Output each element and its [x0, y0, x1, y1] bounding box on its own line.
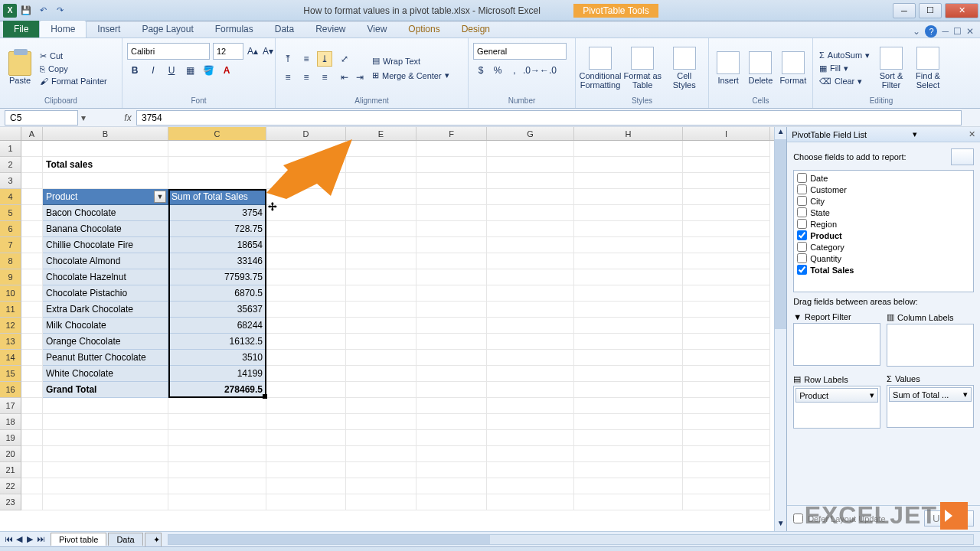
tab-options[interactable]: Options — [397, 21, 450, 37]
fill-button[interactable]: ▦ Fill ▾ — [818, 63, 871, 74]
fill-color-button[interactable]: 🪣 — [201, 63, 216, 78]
cell[interactable] — [168, 462, 266, 478]
cell[interactable] — [43, 414, 168, 430]
cell[interactable] — [416, 173, 487, 189]
cell[interactable] — [574, 478, 683, 494]
tab-home[interactable]: Home — [39, 20, 87, 37]
cut-button[interactable]: ✂ Cut — [38, 51, 109, 62]
clear-button[interactable]: ⌫ Clear ▾ — [818, 76, 871, 87]
cell[interactable] — [574, 446, 683, 462]
cell[interactable] — [683, 302, 770, 318]
tab-design[interactable]: Design — [451, 21, 501, 37]
field-checkbox[interactable] — [797, 242, 807, 252]
scroll-down-icon[interactable]: ▼ — [775, 519, 786, 531]
cell[interactable] — [683, 366, 770, 382]
align-center-icon[interactable]: ≡ — [299, 70, 314, 85]
cell[interactable] — [487, 189, 574, 205]
row-header-18[interactable]: 18 — [0, 414, 21, 430]
cell[interactable] — [487, 446, 574, 462]
cell[interactable] — [266, 494, 346, 510]
cell[interactable] — [416, 189, 487, 205]
cell[interactable] — [168, 141, 266, 157]
align-top-icon[interactable]: ⤒ — [280, 51, 296, 67]
cell[interactable] — [21, 462, 43, 478]
align-right-icon[interactable]: ≡ — [317, 70, 332, 85]
cell[interactable] — [574, 302, 683, 318]
tab-data[interactable]: Data — [264, 21, 305, 37]
font-color-button[interactable]: A — [219, 63, 234, 78]
cell[interactable]: 6870.5 — [168, 285, 266, 302]
cell[interactable] — [574, 398, 683, 414]
cell[interactable]: 278469.5 — [168, 382, 266, 398]
cell[interactable] — [346, 398, 416, 414]
col-header-F[interactable]: F — [416, 127, 487, 140]
row-header-22[interactable]: 22 — [0, 478, 21, 494]
format-painter-button[interactable]: 🖌 Format Painter — [38, 76, 109, 86]
row-header-6[interactable]: 6 — [0, 221, 21, 237]
cell[interactable]: 33146 — [168, 253, 266, 269]
cell[interactable] — [43, 446, 168, 462]
cell[interactable] — [21, 318, 43, 334]
cell[interactable]: Grand Total — [43, 382, 168, 398]
cell[interactable] — [487, 285, 574, 302]
paste-button[interactable]: Paste — [5, 51, 35, 85]
doc-minimize-icon[interactable]: ─ — [942, 26, 949, 37]
field-checkbox[interactable] — [797, 265, 807, 275]
cell[interactable] — [416, 205, 487, 221]
underline-button[interactable]: U — [164, 63, 179, 78]
cell[interactable] — [487, 478, 574, 494]
cell[interactable]: Total sales — [43, 157, 168, 173]
cell[interactable] — [346, 253, 416, 269]
font-size-select[interactable] — [213, 43, 243, 60]
cell[interactable]: White Chocolate — [43, 366, 168, 382]
cell[interactable] — [266, 141, 346, 157]
cell[interactable] — [21, 253, 43, 269]
cell[interactable] — [487, 398, 574, 414]
field-checkbox[interactable] — [797, 173, 807, 183]
defer-layout-checkbox[interactable] — [793, 514, 803, 523]
cell[interactable] — [168, 478, 266, 494]
cell[interactable]: Bacon Chocolate — [43, 205, 168, 221]
cell[interactable]: Product▼ — [43, 189, 168, 205]
cell[interactable] — [21, 382, 43, 398]
cell[interactable] — [266, 189, 346, 205]
cell[interactable]: 14199 — [168, 366, 266, 382]
cell[interactable] — [416, 237, 487, 253]
field-item-customer[interactable]: Customer — [795, 184, 972, 195]
cell[interactable] — [21, 334, 43, 350]
cell[interactable] — [168, 446, 266, 462]
row-header-20[interactable]: 20 — [0, 446, 21, 462]
cell-styles-button[interactable]: Cell Styles — [665, 47, 704, 90]
row-header-7[interactable]: 7 — [0, 237, 21, 253]
cell[interactable] — [346, 318, 416, 334]
number-format-select[interactable] — [473, 43, 567, 60]
cell[interactable] — [487, 205, 574, 221]
row-header-21[interactable]: 21 — [0, 462, 21, 478]
cell[interactable] — [346, 366, 416, 382]
pivot-filter-dropdown[interactable]: ▼ — [154, 191, 166, 203]
cell[interactable] — [683, 173, 770, 189]
cell[interactable] — [683, 205, 770, 221]
find-select-button[interactable]: Find & Select — [911, 47, 945, 90]
cell[interactable] — [416, 302, 487, 318]
cell[interactable] — [266, 446, 346, 462]
grow-font-icon[interactable]: A▴ — [247, 44, 259, 59]
cell[interactable] — [21, 141, 43, 157]
cell[interactable] — [266, 253, 346, 269]
field-item-city[interactable]: City — [795, 195, 972, 207]
border-button[interactable]: ▦ — [182, 63, 198, 78]
cell[interactable] — [487, 318, 574, 334]
cell[interactable] — [21, 302, 43, 318]
cell[interactable] — [266, 414, 346, 430]
row-header-9[interactable]: 9 — [0, 269, 21, 285]
cell[interactable] — [416, 157, 487, 173]
cell[interactable] — [416, 382, 487, 398]
cell[interactable] — [416, 446, 487, 462]
cell[interactable] — [574, 237, 683, 253]
cell[interactable] — [21, 494, 43, 510]
cell[interactable] — [683, 237, 770, 253]
row-header-5[interactable]: 5 — [0, 205, 21, 221]
field-list-close-icon[interactable]: ✕ — [969, 129, 975, 139]
cell[interactable] — [43, 430, 168, 446]
cell[interactable] — [683, 253, 770, 269]
